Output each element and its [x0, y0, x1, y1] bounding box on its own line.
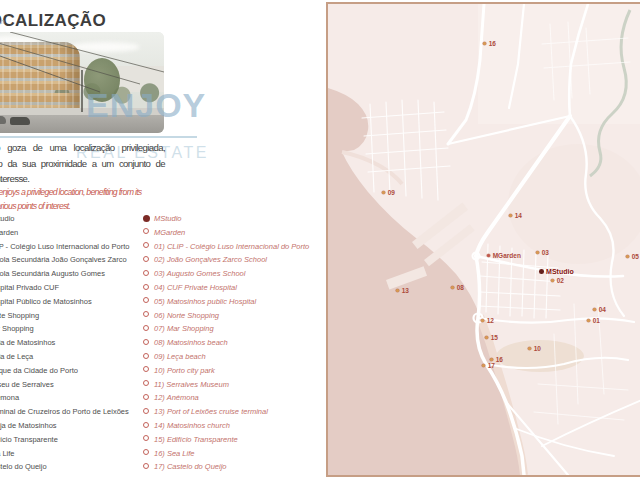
legend-en-label: 17) Castelo do Queijo — [154, 462, 227, 471]
ring-circle-icon — [143, 449, 149, 455]
legend-pt-label: Igreja de Matosinhos — [0, 421, 57, 430]
legend-pt-label: Anémona — [0, 393, 19, 402]
legend-row: Escola Secundária Augusto Gomes03) Augus… — [0, 266, 330, 280]
legend-en-label: 06) Norte Shopping — [154, 311, 219, 320]
intro-paragraph-en: The MStudio enjoys a privileged location… — [0, 186, 167, 213]
map-marker: 05 — [626, 253, 639, 260]
legend-row: Anémona12) Anémona — [0, 390, 330, 404]
location-map: 160914MGarden0305MStudio0208130401121510… — [326, 2, 640, 477]
ring-circle-icon — [143, 297, 149, 303]
ring-circle-icon — [143, 408, 149, 414]
legend-pt-label: Escola Secundária João Gonçalves Zarco — [0, 255, 127, 264]
map-marker-label: 16 — [496, 356, 503, 363]
ring-circle-icon — [143, 380, 149, 386]
map-marker-label: 17 — [488, 362, 495, 369]
ring-circle-icon — [143, 242, 149, 248]
map-marker-label: 12 — [487, 317, 494, 324]
legend-pt-label: Edifício Transparente — [0, 435, 58, 444]
map-marker: 08 — [451, 284, 464, 291]
legend-row: Hospital Público de Matosinhos05) Matosi… — [0, 294, 330, 308]
legend-en-label: 02) João Gonçalves Zarco School — [154, 255, 267, 264]
map-marker-dot-icon — [593, 308, 596, 311]
map-marker-dot-icon — [487, 254, 490, 257]
legend-row: Escola Secundária João Gonçalves Zarco02… — [0, 252, 330, 266]
legend-pt-label: CLIP - Colégio Luso Internacional do Por… — [0, 242, 129, 251]
legend-row: MStudioMStudio — [0, 211, 330, 225]
map-marker-dot-icon — [382, 191, 385, 194]
map-marker-label: 14 — [515, 212, 522, 219]
ring-circle-icon — [143, 394, 149, 400]
legend-pt-label: MStudio — [0, 214, 15, 223]
legend-pt-label: Praia de Leça — [0, 352, 33, 361]
watermark-enjoy: ENJOY — [86, 86, 206, 125]
legend-pt-label: Mar Shopping — [0, 324, 34, 333]
legend-en-label: 08) Matosinhos beach — [154, 338, 228, 347]
map-marker-label: 01 — [593, 317, 600, 324]
map-marker-label: 16 — [489, 40, 496, 47]
map-marker-dot-icon — [490, 358, 493, 361]
legend-en-label: MStudio — [154, 214, 182, 223]
map-marker-dot-icon — [482, 364, 485, 367]
legend-pt-label: Parque da Cidade do Porto — [0, 366, 78, 375]
map-marker-dot-icon — [396, 289, 399, 292]
map-marker: MStudio — [539, 268, 574, 275]
map-marker: 02 — [551, 277, 564, 284]
solid-circle-icon — [143, 215, 150, 222]
legend-row: Mar Shopping07) Mar Shopping — [0, 321, 330, 335]
legend-pt-label: Terminal de Cruzeiros do Porto de Leixõe… — [0, 407, 129, 416]
legend-row: Praia de Leça09) Leça beach — [0, 349, 330, 363]
map-marker: 15 — [485, 334, 498, 341]
map-marker: 01 — [587, 317, 600, 324]
map-marker-dot-icon — [483, 42, 486, 45]
legend-pt-label: Sea Life — [0, 449, 15, 458]
ring-circle-icon — [143, 463, 149, 469]
legend-en-label: 09) Leça beach — [154, 352, 206, 361]
legend-en-label: 04) CUF Private Hospital — [154, 283, 237, 292]
page-subtitle: Location — [0, 18, 5, 25]
ring-circle-icon — [143, 284, 149, 290]
map-graphic — [328, 4, 640, 475]
map-marker: 10 — [528, 345, 541, 352]
legend-row: Castelo do Queijo17) Castelo do Queijo — [0, 459, 330, 473]
map-marker-label: MStudio — [546, 268, 574, 275]
ring-circle-icon — [143, 270, 149, 276]
legend-pt-label: Hospital Público de Matosinhos — [0, 297, 92, 306]
legend-pt-label: Museu de Serralves — [0, 380, 54, 389]
ring-circle-icon — [143, 339, 149, 345]
legend-en-label: 05) Matosinhos public Hospital — [154, 297, 256, 306]
legend-row: Hospital Privado CUF04) CUF Private Hosp… — [0, 280, 330, 294]
map-marker-label: 10 — [534, 345, 541, 352]
ring-circle-icon — [143, 353, 149, 359]
legend-en-label: 14) Matosinhos church — [154, 421, 230, 430]
legend-pt-label: Praia de Matosinhos — [0, 338, 55, 347]
map-marker-label: 04 — [599, 306, 606, 313]
map-marker: 04 — [593, 306, 606, 313]
legend-en-label: 03) Augusto Gomes School — [154, 269, 245, 278]
legend-row: Igreja de Matosinhos14) Matosinhos churc… — [0, 418, 330, 432]
map-marker: 14 — [509, 212, 522, 219]
map-marker-dot-icon — [451, 286, 454, 289]
map-marker-label: 15 — [491, 334, 498, 341]
ring-circle-icon — [143, 435, 149, 441]
legend-row: Praia de Matosinhos08) Matosinhos beach — [0, 335, 330, 349]
map-marker: 03 — [536, 249, 549, 256]
legend-en-label: 12) Anémona — [154, 393, 199, 402]
map-marker: 16 — [483, 40, 496, 47]
ring-circle-icon — [143, 422, 149, 428]
map-marker-dot-icon — [551, 279, 554, 282]
map-marker-label: 13 — [402, 287, 409, 294]
legend-en-label: 01) CLIP - Colégio Luso Internacional do… — [154, 242, 309, 251]
ring-circle-icon — [143, 311, 149, 317]
legend-en-label: 11) Serralves Museum — [154, 380, 229, 389]
legend-row: Sea Life16) Sea Life — [0, 446, 330, 460]
map-marker-label: 02 — [557, 277, 564, 284]
map-marker-label: 03 — [542, 249, 549, 256]
legend-row: Museu de Serralves11) Serralves Museum — [0, 377, 330, 391]
legend-pt-label: MGarden — [0, 228, 18, 237]
ring-circle-icon — [143, 228, 149, 234]
ring-circle-icon — [143, 366, 149, 372]
map-marker-dot-icon — [528, 347, 531, 350]
map-marker: 13 — [396, 287, 409, 294]
legend-pt-label: Castelo do Queijo — [0, 462, 47, 471]
map-marker-label: 05 — [632, 253, 639, 260]
